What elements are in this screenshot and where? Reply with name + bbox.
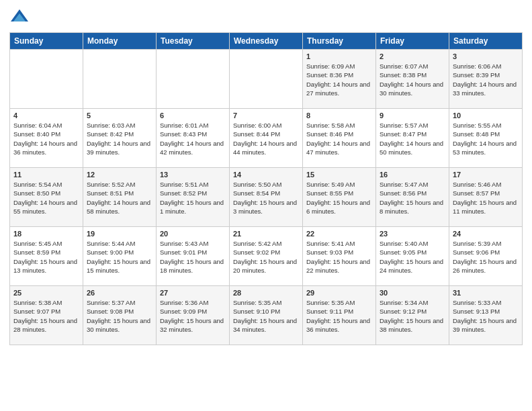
day-cell — [230, 50, 303, 109]
day-info: Sunrise: 5:47 AM Sunset: 8:56 PM Dayligh… — [380, 180, 445, 216]
day-cell: 10Sunrise: 5:55 AM Sunset: 8:48 PM Dayli… — [449, 109, 523, 168]
day-cell: 2Sunrise: 6:07 AM Sunset: 8:38 PM Daylig… — [376, 50, 449, 109]
day-info: Sunrise: 6:00 AM Sunset: 8:44 PM Dayligh… — [233, 121, 299, 156]
week-row-3: 11Sunrise: 5:54 AM Sunset: 8:50 PM Dayli… — [10, 168, 523, 227]
day-info: Sunrise: 5:35 AM Sunset: 9:10 PM Dayligh… — [233, 298, 299, 334]
day-info: Sunrise: 5:54 AM Sunset: 8:50 PM Dayligh… — [13, 180, 79, 216]
day-number: 26 — [87, 289, 152, 297]
day-cell: 21Sunrise: 5:42 AM Sunset: 9:02 PM Dayli… — [230, 227, 303, 286]
day-cell: 17Sunrise: 5:46 AM Sunset: 8:57 PM Dayli… — [449, 168, 523, 227]
week-row-4: 18Sunrise: 5:45 AM Sunset: 8:59 PM Dayli… — [10, 227, 523, 286]
day-cell — [157, 50, 230, 109]
weekday-header-thursday: Thursday — [303, 33, 376, 50]
weekday-header-wednesday: Wednesday — [230, 33, 303, 50]
day-info: Sunrise: 6:06 AM Sunset: 8:39 PM Dayligh… — [453, 62, 519, 97]
day-cell: 19Sunrise: 5:44 AM Sunset: 9:00 PM Dayli… — [83, 227, 157, 286]
day-cell: 7Sunrise: 6:00 AM Sunset: 8:44 PM Daylig… — [230, 109, 303, 168]
day-number: 1 — [306, 52, 372, 60]
day-cell: 29Sunrise: 5:35 AM Sunset: 9:11 PM Dayli… — [303, 286, 376, 345]
weekday-header-monday: Monday — [83, 33, 157, 50]
day-number: 13 — [160, 171, 226, 179]
day-cell: 20Sunrise: 5:43 AM Sunset: 9:01 PM Dayli… — [157, 227, 230, 286]
day-info: Sunrise: 6:01 AM Sunset: 8:43 PM Dayligh… — [160, 121, 226, 156]
day-cell: 1Sunrise: 6:09 AM Sunset: 8:36 PM Daylig… — [303, 50, 376, 109]
day-number: 8 — [306, 111, 372, 120]
day-number: 3 — [453, 52, 519, 60]
day-number: 21 — [233, 230, 299, 238]
page: SundayMondayTuesdayWednesdayThursdayFrid… — [0, 0, 532, 411]
day-number: 2 — [380, 52, 445, 60]
day-cell: 22Sunrise: 5:41 AM Sunset: 9:03 PM Dayli… — [303, 227, 376, 286]
day-info: Sunrise: 6:09 AM Sunset: 8:36 PM Dayligh… — [306, 62, 372, 97]
day-info: Sunrise: 5:37 AM Sunset: 9:08 PM Dayligh… — [87, 298, 152, 334]
day-cell: 12Sunrise: 5:52 AM Sunset: 8:51 PM Dayli… — [83, 168, 157, 227]
day-cell: 16Sunrise: 5:47 AM Sunset: 8:56 PM Dayli… — [376, 168, 449, 227]
day-cell: 27Sunrise: 5:36 AM Sunset: 9:09 PM Dayli… — [157, 286, 230, 345]
day-info: Sunrise: 5:38 AM Sunset: 9:07 PM Dayligh… — [13, 298, 79, 334]
day-number: 23 — [380, 230, 445, 238]
day-cell: 9Sunrise: 5:57 AM Sunset: 8:47 PM Daylig… — [376, 109, 449, 168]
day-number: 4 — [13, 111, 79, 120]
day-number: 5 — [87, 111, 152, 120]
logo — [9, 7, 32, 27]
header — [9, 7, 523, 27]
day-number: 30 — [380, 289, 445, 297]
weekday-header-saturday: Saturday — [449, 33, 523, 50]
day-info: Sunrise: 5:41 AM Sunset: 9:03 PM Dayligh… — [306, 239, 372, 275]
day-cell: 5Sunrise: 6:03 AM Sunset: 8:42 PM Daylig… — [83, 109, 157, 168]
day-number: 11 — [13, 171, 79, 179]
weekday-header-sunday: Sunday — [10, 33, 83, 50]
day-number: 20 — [160, 230, 226, 238]
logo-icon — [9, 7, 30, 27]
weekday-header-friday: Friday — [376, 33, 449, 50]
day-number: 7 — [233, 111, 299, 120]
day-cell: 13Sunrise: 5:51 AM Sunset: 8:52 PM Dayli… — [157, 168, 230, 227]
day-number: 28 — [233, 289, 299, 297]
day-info: Sunrise: 5:35 AM Sunset: 9:11 PM Dayligh… — [306, 298, 372, 334]
day-info: Sunrise: 5:49 AM Sunset: 8:55 PM Dayligh… — [306, 180, 372, 216]
week-row-1: 1Sunrise: 6:09 AM Sunset: 8:36 PM Daylig… — [10, 50, 523, 109]
day-cell: 14Sunrise: 5:50 AM Sunset: 8:54 PM Dayli… — [230, 168, 303, 227]
day-info: Sunrise: 5:33 AM Sunset: 9:13 PM Dayligh… — [453, 298, 519, 334]
day-cell: 18Sunrise: 5:45 AM Sunset: 8:59 PM Dayli… — [10, 227, 83, 286]
day-cell: 8Sunrise: 5:58 AM Sunset: 8:46 PM Daylig… — [303, 109, 376, 168]
day-cell: 15Sunrise: 5:49 AM Sunset: 8:55 PM Dayli… — [303, 168, 376, 227]
day-cell: 26Sunrise: 5:37 AM Sunset: 9:08 PM Dayli… — [83, 286, 157, 345]
day-cell: 23Sunrise: 5:40 AM Sunset: 9:05 PM Dayli… — [376, 227, 449, 286]
day-number: 27 — [160, 289, 226, 297]
day-number: 31 — [453, 289, 519, 297]
week-row-5: 25Sunrise: 5:38 AM Sunset: 9:07 PM Dayli… — [10, 286, 523, 345]
day-info: Sunrise: 6:04 AM Sunset: 8:40 PM Dayligh… — [13, 121, 79, 156]
calendar-table: SundayMondayTuesdayWednesdayThursdayFrid… — [9, 32, 523, 345]
day-number: 19 — [87, 230, 152, 238]
day-info: Sunrise: 5:44 AM Sunset: 9:00 PM Dayligh… — [87, 239, 152, 275]
day-number: 16 — [380, 171, 445, 179]
day-number: 9 — [380, 111, 445, 120]
day-info: Sunrise: 5:45 AM Sunset: 8:59 PM Dayligh… — [13, 239, 79, 275]
day-info: Sunrise: 6:03 AM Sunset: 8:42 PM Dayligh… — [87, 121, 152, 156]
day-cell: 4Sunrise: 6:04 AM Sunset: 8:40 PM Daylig… — [10, 109, 83, 168]
day-info: Sunrise: 6:07 AM Sunset: 8:38 PM Dayligh… — [380, 62, 445, 97]
day-number: 24 — [453, 230, 519, 238]
day-cell: 6Sunrise: 6:01 AM Sunset: 8:43 PM Daylig… — [157, 109, 230, 168]
day-info: Sunrise: 5:42 AM Sunset: 9:02 PM Dayligh… — [233, 239, 299, 275]
day-number: 25 — [13, 289, 79, 297]
day-info: Sunrise: 5:40 AM Sunset: 9:05 PM Dayligh… — [380, 239, 445, 275]
day-info: Sunrise: 5:34 AM Sunset: 9:12 PM Dayligh… — [380, 298, 445, 334]
weekday-header-row: SundayMondayTuesdayWednesdayThursdayFrid… — [10, 33, 523, 50]
day-number: 17 — [453, 171, 519, 179]
week-row-2: 4Sunrise: 6:04 AM Sunset: 8:40 PM Daylig… — [10, 109, 523, 168]
weekday-header-tuesday: Tuesday — [157, 33, 230, 50]
day-cell — [83, 50, 157, 109]
day-info: Sunrise: 5:43 AM Sunset: 9:01 PM Dayligh… — [160, 239, 226, 275]
day-number: 18 — [13, 230, 79, 238]
day-number: 12 — [87, 171, 152, 179]
day-cell: 30Sunrise: 5:34 AM Sunset: 9:12 PM Dayli… — [376, 286, 449, 345]
day-cell — [10, 50, 83, 109]
day-info: Sunrise: 5:52 AM Sunset: 8:51 PM Dayligh… — [87, 180, 152, 216]
day-cell: 25Sunrise: 5:38 AM Sunset: 9:07 PM Dayli… — [10, 286, 83, 345]
day-number: 10 — [453, 111, 519, 120]
day-cell: 11Sunrise: 5:54 AM Sunset: 8:50 PM Dayli… — [10, 168, 83, 227]
day-cell: 31Sunrise: 5:33 AM Sunset: 9:13 PM Dayli… — [449, 286, 523, 345]
day-cell: 24Sunrise: 5:39 AM Sunset: 9:06 PM Dayli… — [449, 227, 523, 286]
